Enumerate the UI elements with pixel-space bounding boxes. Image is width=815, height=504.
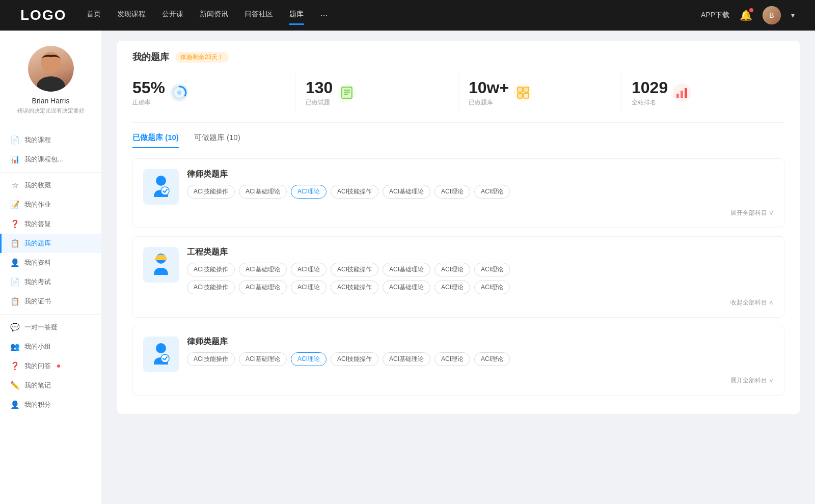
qbank-tag[interactable]: ACI技能操作 <box>187 185 235 199</box>
qbank-tag[interactable]: ACI基础理论 <box>383 185 430 199</box>
user-dropdown-arrow[interactable]: ▾ <box>791 11 795 19</box>
header-card: 我的题库 体验剩余23天！ 55% 正确率 <box>117 41 800 414</box>
my-qa-icon: ❓ <box>10 219 19 229</box>
sidebar-item-my-data[interactable]: 👤 我的资料 <box>0 253 101 272</box>
stat-done-banks-icon <box>514 83 532 102</box>
sidebar-item-label: 我的小组 <box>24 342 51 351</box>
stat-done-banks: 10w+ 已做题库 <box>458 73 621 112</box>
nav-news[interactable]: 新闻资讯 <box>200 10 228 21</box>
qbank-tag[interactable]: ACI基础理论 <box>239 352 287 366</box>
nav-home[interactable]: 首页 <box>87 10 101 21</box>
stat-accuracy-icon <box>170 83 188 102</box>
svg-rect-17 <box>676 94 679 98</box>
qbank-tag[interactable]: ACI理论 <box>434 281 470 294</box>
qbank-expand-btn[interactable]: 展开全部科目 ∨ <box>143 209 774 217</box>
qbank-card-icon <box>143 337 179 372</box>
nav-open-course[interactable]: 公开课 <box>162 10 183 21</box>
svg-point-3 <box>177 91 181 95</box>
navbar-right: APP下载 🔔 B ▾ <box>701 6 795 24</box>
qbank-tag[interactable]: ACI理论 <box>291 263 327 276</box>
qbank-tag[interactable]: ACI基础理论 <box>383 263 430 276</box>
qbank-tag-active[interactable]: ACI理论 <box>291 352 327 366</box>
tab-done-banks[interactable]: 已做题库 (10) <box>132 133 179 148</box>
nav-qbank[interactable]: 题库 <box>289 10 304 21</box>
qbank-card-title: 律师类题库 <box>187 337 774 347</box>
sidebar-user-motto: 错误的决定比没有决定要好 <box>17 107 85 115</box>
sidebar-item-my-points[interactable]: 👤 我的积分 <box>0 395 101 414</box>
nav-qa[interactable]: 问答社区 <box>244 10 273 21</box>
notification-bell[interactable]: 🔔 <box>740 9 752 21</box>
qbank-tag[interactable]: ACI基础理论 <box>383 352 430 366</box>
sidebar-item-label: 我的题库 <box>24 239 51 248</box>
stat-done-banks-label: 已做题库 <box>469 98 509 107</box>
qbank-tag[interactable]: ACI理论 <box>434 185 470 199</box>
sidebar-item-my-group[interactable]: 👥 我的小组 <box>0 337 101 356</box>
navbar: LOGO 首页 发现课程 公开课 新闻资讯 问答社区 题库 ··· APP下载 … <box>0 0 815 31</box>
qbank-tag-active[interactable]: ACI理论 <box>291 185 327 199</box>
sidebar-item-my-course[interactable]: 📄 我的课程 <box>0 130 101 150</box>
stat-accuracy: 55% 正确率 <box>132 73 295 112</box>
sidebar-item-my-notes[interactable]: ✏️ 我的笔记 <box>0 376 101 395</box>
qbank-tag[interactable]: ACI理论 <box>474 352 510 366</box>
sidebar-item-label: 一对一答疑 <box>24 323 58 332</box>
qbank-tag[interactable]: ACI理论 <box>434 263 470 276</box>
qbank-card-icon <box>143 169 179 205</box>
sidebar-avatar <box>28 46 74 92</box>
tab-available-banks[interactable]: 可做题库 (10) <box>194 133 240 148</box>
app-download[interactable]: APP下载 <box>701 11 729 20</box>
qbank-tag[interactable]: ACI技能操作 <box>331 281 378 294</box>
sidebar-item-my-qbank[interactable]: 📋 我的题库 <box>0 234 101 253</box>
svg-rect-18 <box>681 91 683 98</box>
qbank-tag[interactable]: ACI理论 <box>291 281 327 294</box>
sidebar-item-my-questions[interactable]: ❓ 我的问答 <box>0 356 101 376</box>
qbank-tag[interactable]: ACI理论 <box>474 263 510 276</box>
sidebar-item-my-collection[interactable]: ☆ 我的收藏 <box>0 176 101 195</box>
qbank-tag[interactable]: ACI基础理论 <box>239 281 287 294</box>
qbank-tag[interactable]: ACI理论 <box>474 281 510 294</box>
my-package-icon: 📊 <box>10 155 19 164</box>
sidebar-item-label: 我的课程包... <box>24 155 63 164</box>
sidebar-item-label: 我的课程 <box>24 135 51 145</box>
my-data-icon: 👤 <box>10 258 19 267</box>
sidebar-item-my-package[interactable]: 📊 我的课程包... <box>0 150 101 169</box>
qbank-tag[interactable]: ACI技能操作 <box>187 281 235 294</box>
qbank-tag[interactable]: ACI技能操作 <box>331 185 378 199</box>
svg-rect-11 <box>524 87 529 92</box>
one-on-one-icon: 💬 <box>10 323 19 332</box>
stat-done-questions-label: 已做试题 <box>306 98 333 107</box>
sidebar-item-my-exam[interactable]: 📄 我的考试 <box>0 272 101 292</box>
qbank-tag[interactable]: ACI技能操作 <box>331 352 378 366</box>
nav-more[interactable]: ··· <box>320 10 328 21</box>
my-questions-icon: ❓ <box>10 361 19 371</box>
sidebar-item-my-qa[interactable]: ❓ 我的答疑 <box>0 214 101 234</box>
qbank-tag[interactable]: ACI基础理论 <box>383 281 430 294</box>
page-title-row: 我的题库 体验剩余23天！ <box>132 51 784 63</box>
tabs-row: 已做题库 (10) 可做题库 (10) <box>132 133 784 148</box>
bar-chart-icon <box>675 86 689 100</box>
sidebar-item-label: 我的资料 <box>24 258 51 267</box>
bell-badge <box>749 8 753 12</box>
svg-point-1 <box>37 76 65 92</box>
svg-rect-4 <box>342 87 352 98</box>
sidebar-item-label: 我的收藏 <box>24 181 51 190</box>
grid-list-icon <box>516 86 530 100</box>
qbank-tag[interactable]: ACI基础理论 <box>239 185 287 199</box>
svg-point-20 <box>156 176 166 186</box>
qbank-tag[interactable]: ACI技能操作 <box>187 263 235 276</box>
sidebar-item-my-cert[interactable]: 📋 我的证书 <box>0 292 101 311</box>
qbank-tag[interactable]: ACI理论 <box>434 352 470 366</box>
qbank-tag[interactable]: ACI技能操作 <box>187 352 235 366</box>
page-layout: Brian Harris 错误的决定比没有决定要好 📄 我的课程 📊 我的课程包… <box>0 31 815 504</box>
nav-discover[interactable]: 发现课程 <box>117 10 146 21</box>
sidebar-item-my-homework[interactable]: 📝 我的作业 <box>0 195 101 214</box>
qbank-tag[interactable]: ACI理论 <box>474 185 510 199</box>
user-avatar[interactable]: B <box>763 6 781 24</box>
qbank-collapse-btn[interactable]: 收起全部科目 ∧ <box>143 298 774 307</box>
my-cert-icon: 📋 <box>10 297 19 306</box>
qbank-tag[interactable]: ACI基础理论 <box>239 263 287 276</box>
sidebar-item-label: 我的问答 <box>24 361 51 371</box>
qbank-tag[interactable]: ACI技能操作 <box>331 263 378 276</box>
sidebar-item-one-on-one[interactable]: 💬 一对一答疑 <box>0 318 101 337</box>
qbank-expand-btn-2[interactable]: 展开全部科目 ∨ <box>143 376 774 385</box>
qbank-card-header: 工程类题库 ACI技能操作 ACI基础理论 ACI理论 ACI技能操作 ACI基… <box>143 247 774 294</box>
